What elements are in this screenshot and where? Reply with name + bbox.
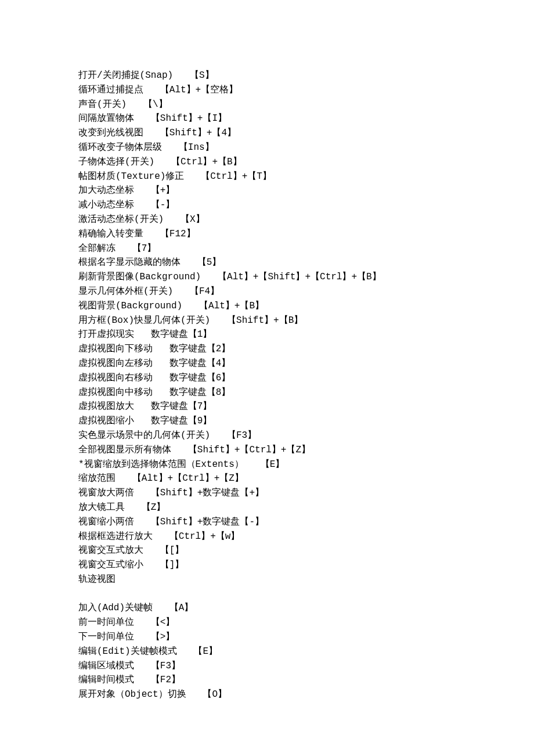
shortcut-key: 数字键盘【6】 (169, 373, 231, 383)
shortcut-label: 虚拟视图向中移动 (78, 387, 153, 398)
shortcut-label: 根据框选进行放大 (78, 531, 153, 542)
shortcut-line: 虚拟视图向下移动 数字键盘【2】 (78, 342, 534, 357)
shortcut-label: 视窗交互式放大 (78, 545, 143, 556)
shortcut-key: 【Ins】 (179, 142, 214, 153)
shortcut-key: 数字键盘【2】 (169, 344, 231, 354)
shortcut-line: 精确输入转变量 【F12】 (78, 227, 534, 242)
shortcut-line: 虚拟视图向中移动 数字键盘【8】 (78, 386, 534, 400)
shortcut-line: 实色显示场景中的几何体(开关) 【F3】 (78, 429, 534, 443)
shortcut-line: 子物体选择(开关) 【Ctrl】+【B】 (78, 155, 534, 170)
shortcut-key: 【O】 (203, 689, 227, 700)
shortcut-line: 改变到光线视图 【Shift】+【4】 (78, 126, 534, 141)
shortcut-key: 【Shift】+数字键盘【-】 (151, 517, 264, 527)
shortcut-line: 全部视图显示所有物体 【Shift】+【Ctrl】+【Z】 (78, 443, 534, 458)
shortcut-key: 【]】 (160, 560, 185, 570)
shortcut-line: 编辑区域模式 【F3】 (78, 659, 534, 674)
blank-line (78, 587, 534, 602)
shortcut-line: 打开虚拟现实 数字键盘【1】 (78, 327, 534, 342)
shortcut-line: 视窗放大两倍 【Shift】+数字键盘【+】 (78, 486, 534, 501)
shortcut-label: 激活动态坐标(开关) (78, 214, 164, 225)
shortcut-key: 【A】 (169, 603, 194, 613)
shortcut-label: 子物体选择(开关) (78, 157, 154, 167)
shortcut-label: 放大镜工具 (78, 502, 125, 513)
section-title: 轨迹视图 (78, 573, 534, 587)
shortcut-key: 【Ctrl】+【w】 (169, 531, 240, 542)
shortcut-label: 视窗交互式缩小 (78, 560, 143, 570)
shortcut-key: 数字键盘【8】 (169, 387, 231, 398)
shortcut-line: 编辑(Edit)关键帧模式 【E】 (78, 645, 534, 659)
shortcut-key: 【F3】 (151, 661, 181, 671)
shortcut-label: 全部视图显示所有物体 (78, 445, 171, 455)
shortcut-key: 【\】 (143, 99, 168, 110)
shortcut-key: 【+】 (151, 185, 175, 196)
shortcut-line: 全部解冻 【7】 (78, 242, 534, 256)
shortcut-key: 【F2】 (151, 675, 181, 685)
shortcut-label: 打开虚拟现实 (78, 329, 134, 340)
shortcut-label: 缩放范围 (78, 473, 116, 484)
shortcut-line: 虚拟视图缩小 数字键盘【9】 (78, 414, 534, 429)
shortcut-line: 根据框选进行放大 【Ctrl】+【w】 (78, 530, 534, 544)
shortcut-label: *视窗缩放到选择物体范围（Extents） (78, 459, 244, 470)
shortcut-key: 数字键盘【9】 (151, 416, 212, 426)
shortcut-line: 视窗交互式放大 【[】 (78, 543, 534, 558)
shortcut-line: 虚拟视图放大 数字键盘【7】 (78, 399, 534, 414)
shortcut-line: 显示几何体外框(开关) 【F4】 (78, 285, 534, 299)
shortcut-key: 【Alt】+【Shift】+【Ctrl】+【B】 (218, 272, 381, 282)
shortcut-label: 全部解冻 (78, 243, 116, 254)
shortcut-line: 间隔放置物体 【Shift】+【I】 (78, 111, 534, 126)
shortcut-label: 下一时间单位 (78, 632, 134, 642)
shortcut-label: 用方框(Box)快显几何体(开关) (78, 315, 210, 326)
shortcut-key: 【Ctrl】+【T】 (201, 171, 272, 182)
shortcut-line: 循环通过捕捉点 【Alt】+【空格】 (78, 83, 534, 98)
shortcut-line: 编辑时间模式 【F2】 (78, 673, 534, 687)
shortcut-key: 【Shift】+【4】 (160, 128, 236, 138)
shortcut-key: 【Alt】+【Ctrl】+【Z】 (132, 473, 244, 484)
shortcut-label: 前一时间单位 (78, 617, 134, 628)
shortcut-key: 【F4】 (190, 286, 219, 297)
shortcut-key: 【Shift】+【Ctrl】+【Z】 (188, 445, 311, 455)
document-page: 打开/关闭捕捉(Snap) 【S】循环通过捕捉点 【Alt】+【空格】声音(开关… (0, 0, 534, 756)
shortcut-line: 激活动态坐标(开关) 【X】 (78, 213, 534, 227)
shortcut-label: 虚拟视图向左移动 (78, 358, 153, 369)
shortcut-line: 前一时间单位 【<】 (78, 615, 534, 630)
shortcut-label: 实色显示场景中的几何体(开关) (78, 430, 210, 441)
shortcut-label: 展开对象（Object）切换 (78, 689, 186, 700)
shortcut-label: 刷新背景图像(Background) (78, 272, 201, 282)
shortcut-key: 【Ctrl】+【B】 (171, 157, 242, 167)
shortcut-key: 【E】 (193, 646, 218, 657)
shortcut-line: 根据名字显示隐藏的物体 【5】 (78, 255, 534, 270)
shortcut-label: 根据名字显示隐藏的物体 (78, 257, 181, 268)
shortcut-key: 【Shift】+【B】 (227, 315, 303, 326)
shortcut-label: 显示几何体外框(开关) (78, 286, 173, 297)
shortcut-key: 【[】 (160, 545, 185, 556)
shortcut-label: 编辑时间模式 (78, 675, 134, 685)
shortcut-line: 下一时间单位 【>】 (78, 630, 534, 645)
shortcut-key: 【<】 (151, 617, 175, 628)
shortcut-line: 放大镜工具 【Z】 (78, 501, 534, 515)
shortcut-label: 循环改变子物体层级 (78, 142, 162, 153)
shortcut-label: 虚拟视图缩小 (78, 416, 134, 426)
shortcut-line: 缩放范围 【Alt】+【Ctrl】+【Z】 (78, 471, 534, 486)
shortcut-line: 加大动态坐标 【+】 (78, 183, 534, 198)
shortcut-line: 声音(开关) 【\】 (78, 98, 534, 112)
shortcut-key: 【Z】 (142, 502, 166, 513)
shortcut-key: 【5】 (197, 257, 222, 268)
shortcut-key: 数字键盘【7】 (151, 401, 212, 412)
shortcut-label: 视图背景(Background) (78, 301, 182, 311)
shortcut-label: 精确输入转变量 (78, 229, 143, 239)
shortcut-line: 用方框(Box)快显几何体(开关) 【Shift】+【B】 (78, 314, 534, 328)
shortcut-label: 循环通过捕捉点 (78, 85, 143, 95)
shortcut-label: 打开/关闭捕捉(Snap) (78, 70, 173, 81)
shortcut-label: 减小动态坐标 (78, 200, 134, 210)
shortcut-label: 虚拟视图向右移动 (78, 373, 153, 383)
shortcut-key: 【7】 (132, 243, 157, 254)
shortcut-line: 虚拟视图向左移动 数字键盘【4】 (78, 357, 534, 371)
shortcut-label: 声音(开关) (78, 99, 127, 110)
shortcut-line: 刷新背景图像(Background) 【Alt】+【Shift】+【Ctrl】+… (78, 270, 534, 285)
shortcut-key: 数字键盘【4】 (169, 358, 231, 369)
shortcut-key: 【E】 (261, 459, 285, 470)
shortcut-line: 循环改变子物体层级 【Ins】 (78, 141, 534, 155)
shortcut-label: 加大动态坐标 (78, 185, 134, 196)
shortcut-key: 【S】 (190, 70, 214, 81)
shortcut-label: 虚拟视图向下移动 (78, 344, 153, 354)
